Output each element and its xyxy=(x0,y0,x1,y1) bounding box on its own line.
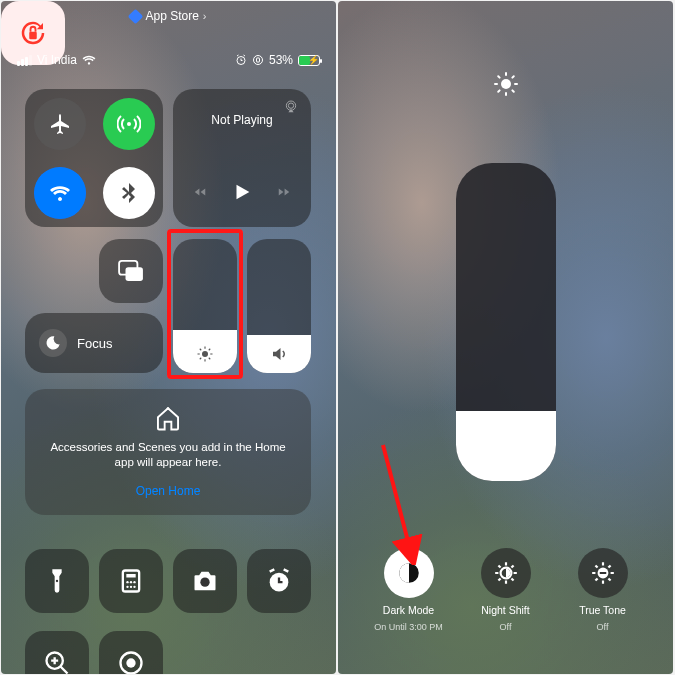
open-home-link[interactable]: Open Home xyxy=(136,483,201,499)
svg-line-54 xyxy=(608,565,610,567)
focus-button[interactable]: Focus xyxy=(25,313,163,373)
brightness-expanded-panel: Dark Mode On Until 3:00 PM Night Shift O… xyxy=(338,1,673,674)
svg-point-5 xyxy=(288,103,293,108)
chevron-right-icon: › xyxy=(203,10,207,22)
svg-point-26 xyxy=(130,586,132,588)
night-shift-icon xyxy=(493,560,519,586)
orientation-status-icon xyxy=(252,54,264,66)
screen-record-button[interactable] xyxy=(99,631,163,674)
true-tone-button[interactable]: True Tone Off xyxy=(558,548,648,632)
rewind-button[interactable] xyxy=(193,185,207,199)
true-tone-sub: Off xyxy=(597,622,609,632)
svg-point-23 xyxy=(130,581,132,583)
media-tile[interactable]: Not Playing xyxy=(173,89,311,227)
battery-icon: ⚡ xyxy=(298,55,320,66)
signal-icon xyxy=(17,55,32,66)
alarm-button[interactable] xyxy=(247,549,311,613)
cellular-button[interactable] xyxy=(103,98,155,150)
dark-mode-title: Dark Mode xyxy=(383,604,434,616)
dark-mode-button[interactable]: Dark Mode On Until 3:00 PM xyxy=(364,548,454,632)
volume-slider[interactable] xyxy=(247,239,311,373)
svg-line-52 xyxy=(608,578,610,580)
svg-point-19 xyxy=(56,580,58,582)
dark-mode-sub: On Until 3:00 PM xyxy=(374,622,443,632)
true-tone-title: True Tone xyxy=(579,604,626,616)
svg-rect-21 xyxy=(126,574,135,578)
svg-point-4 xyxy=(286,101,295,110)
bluetooth-button[interactable] xyxy=(103,167,155,219)
svg-point-22 xyxy=(126,581,128,583)
calculator-button[interactable] xyxy=(99,549,163,613)
wifi-button[interactable] xyxy=(34,167,86,219)
alarm-status-icon xyxy=(235,54,247,66)
airplay-icon xyxy=(283,99,299,115)
brightness-slider-large[interactable] xyxy=(456,163,556,481)
connectivity-group[interactable] xyxy=(25,89,163,227)
svg-point-25 xyxy=(126,586,128,588)
speaker-icon xyxy=(247,345,311,363)
dark-mode-icon xyxy=(396,560,422,586)
svg-point-1 xyxy=(253,56,262,65)
svg-rect-6 xyxy=(29,32,37,40)
battery-pct: 53% xyxy=(269,53,293,67)
svg-point-3 xyxy=(127,122,131,126)
sun-large-icon xyxy=(338,79,673,89)
flashlight-button[interactable] xyxy=(25,549,89,613)
svg-point-28 xyxy=(200,578,209,587)
svg-line-51 xyxy=(595,565,597,567)
svg-line-44 xyxy=(498,578,500,580)
svg-line-43 xyxy=(511,578,513,580)
focus-label: Focus xyxy=(77,336,112,351)
wifi-status-icon xyxy=(82,54,96,66)
now-playing-label: Not Playing xyxy=(211,113,272,127)
svg-rect-8 xyxy=(126,267,143,281)
forward-button[interactable] xyxy=(277,185,291,199)
svg-rect-2 xyxy=(256,58,259,62)
night-shift-title: Night Shift xyxy=(481,604,529,616)
airplane-mode-button[interactable] xyxy=(34,98,86,150)
svg-point-35 xyxy=(126,658,135,667)
media-controls xyxy=(193,181,291,203)
home-text: Accessories and Scenes you add in the Ho… xyxy=(41,440,295,471)
app-name: App Store xyxy=(145,9,198,23)
carrier-label: Vi India xyxy=(37,53,77,67)
control-center-panel: App Store › Vi India 53% ⚡ xyxy=(1,1,336,674)
svg-point-27 xyxy=(133,586,135,588)
svg-line-45 xyxy=(511,565,513,567)
camera-button[interactable] xyxy=(173,549,237,613)
location-icon xyxy=(128,8,144,24)
svg-line-31 xyxy=(61,667,68,674)
status-bar: Vi India 53% ⚡ xyxy=(1,49,336,71)
true-tone-icon xyxy=(590,560,616,586)
magnifier-button[interactable] xyxy=(25,631,89,674)
night-shift-button[interactable]: Night Shift Off xyxy=(461,548,551,632)
return-to-app-banner[interactable]: App Store › xyxy=(1,9,336,23)
svg-point-24 xyxy=(133,581,135,583)
screen-mirror-button[interactable] xyxy=(99,239,163,303)
moon-icon xyxy=(39,329,67,357)
home-tile[interactable]: Accessories and Scenes you add in the Ho… xyxy=(25,389,311,515)
display-options-row: Dark Mode On Until 3:00 PM Night Shift O… xyxy=(338,548,673,632)
night-shift-sub: Off xyxy=(500,622,512,632)
svg-line-42 xyxy=(498,565,500,567)
home-icon xyxy=(154,405,182,432)
play-button[interactable] xyxy=(231,181,253,203)
svg-line-53 xyxy=(595,578,597,580)
svg-point-18 xyxy=(167,407,170,410)
highlight-box xyxy=(167,229,243,379)
